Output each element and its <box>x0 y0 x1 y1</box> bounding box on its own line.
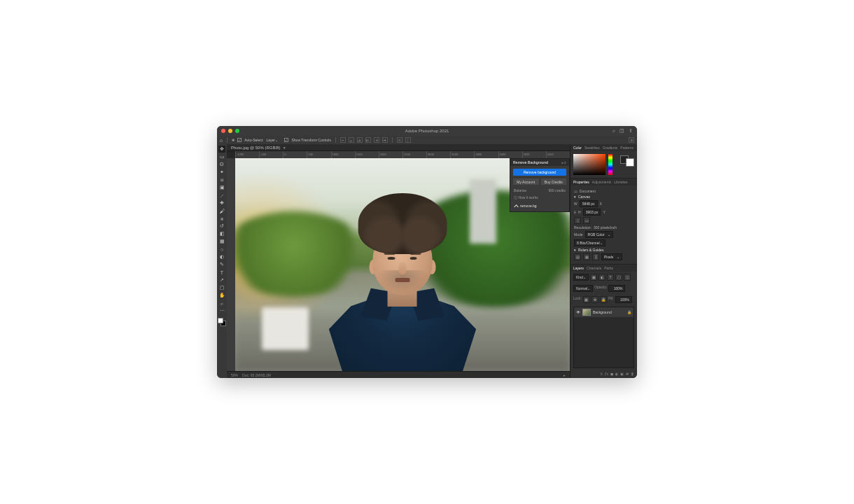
canvas-height-field[interactable]: 3903 px <box>583 209 601 216</box>
new-layer-icon[interactable]: ⊞ <box>626 372 629 376</box>
tool-brush[interactable]: 🖌 <box>218 207 225 214</box>
fill-field[interactable]: 100% <box>615 296 632 303</box>
tool-lasso[interactable]: ʘ <box>218 161 225 168</box>
close-tab-icon[interactable]: × <box>283 146 286 150</box>
tool-edit-toolbar[interactable]: ⋯ <box>218 307 225 314</box>
share-icon[interactable]: ⇪ <box>629 128 633 134</box>
search-icon[interactable]: ⌕ <box>612 128 615 134</box>
orient-portrait-icon[interactable]: ▯ <box>574 217 581 224</box>
lock-pixels-icon[interactable]: ▩ <box>583 296 590 303</box>
lock-all-icon[interactable]: 🔒 <box>600 296 607 303</box>
layer-thumbnail[interactable] <box>582 309 591 316</box>
align-left-icon[interactable]: ⫟ <box>340 137 346 143</box>
distribute-h-icon[interactable]: ≡ <box>397 137 402 143</box>
link-wh-icon[interactable]: ⎘ <box>574 210 576 214</box>
filter-shape-icon[interactable]: ▢ <box>615 274 622 281</box>
color-panel-tabs: Color Swatches Gradients Patterns <box>570 144 637 151</box>
filter-smart-icon[interactable]: ◫ <box>624 274 631 281</box>
color-mode-dropdown[interactable]: RGB Color⌄ <box>585 231 613 238</box>
new-adjustment-icon[interactable]: ◐ <box>615 372 618 376</box>
auto-select-target-dropdown[interactable]: Layer⌄ <box>266 138 281 142</box>
color-swatch-pair[interactable] <box>620 155 634 167</box>
orient-landscape-icon[interactable]: ▭ <box>583 217 590 224</box>
my-account-button[interactable]: My Account <box>513 178 539 185</box>
layer-row[interactable]: 👁 Background 🔒 <box>574 307 634 317</box>
tool-dodge[interactable]: ◐ <box>218 253 225 260</box>
tool-history-brush[interactable]: ↺ <box>218 223 225 230</box>
color-field[interactable] <box>573 154 606 175</box>
tool-marquee[interactable]: ▭ <box>218 153 225 160</box>
canvas-width-field[interactable]: 5848 px <box>580 200 598 207</box>
tab-adjustments[interactable]: Adjustments <box>592 180 612 184</box>
bit-depth-dropdown[interactable]: 8 Bits/Channel⌄ <box>574 239 606 246</box>
tool-zoom[interactable]: ⌕ <box>218 300 225 307</box>
foreground-background-swatches[interactable] <box>218 318 226 326</box>
lock-position-icon[interactable]: ✥ <box>592 296 598 303</box>
close-window-button[interactable] <box>221 129 225 133</box>
tab-paths[interactable]: Paths <box>604 266 613 270</box>
tab-layers[interactable]: Layers <box>573 266 584 270</box>
opacity-field[interactable]: 100% <box>608 285 625 292</box>
blend-mode-dropdown[interactable]: Normal⌄ <box>573 285 593 292</box>
align-right-icon[interactable]: ⫡ <box>357 137 363 143</box>
visibility-icon[interactable]: 👁 <box>576 310 580 314</box>
tool-eyedropper[interactable]: ⟋ <box>218 192 225 199</box>
tool-stamp[interactable]: ⎈ <box>218 215 225 222</box>
distribute-v-icon[interactable]: ⋮ <box>405 137 411 143</box>
plugin-menu-icon[interactable]: » ≡ <box>561 160 566 164</box>
grid-icon[interactable]: ▦ <box>583 253 590 260</box>
home-icon[interactable]: ⌂ <box>220 138 223 143</box>
tool-shape[interactable]: ▢ <box>218 284 225 291</box>
ruler-icon[interactable]: ▤ <box>574 253 581 260</box>
tab-swatches[interactable]: Swatches <box>584 146 600 150</box>
tool-frame[interactable]: ▣ <box>218 184 225 191</box>
tool-path[interactable]: ↗ <box>218 276 225 284</box>
tool-wand[interactable]: ✦ <box>218 169 225 176</box>
tab-color[interactable]: Color <box>573 146 582 150</box>
guides-icon[interactable]: ╳ <box>592 253 599 260</box>
align-center-v-icon[interactable]: ⫣ <box>374 137 379 143</box>
auto-select-checkbox[interactable] <box>237 138 241 142</box>
minimize-window-button[interactable] <box>228 129 232 133</box>
filter-type-icon[interactable]: T <box>607 274 614 281</box>
layer-fx-icon[interactable]: ƒx <box>605 372 608 376</box>
tool-blur[interactable]: ○ <box>218 246 225 253</box>
align-center-h-icon[interactable]: ⫠ <box>349 137 354 143</box>
ruler-units-dropdown[interactable]: Pixels⌄ <box>601 253 622 260</box>
tab-channels[interactable]: Channels <box>587 266 601 270</box>
filter-adjust-icon[interactable]: ◐ <box>598 274 606 281</box>
tab-patterns[interactable]: Patterns <box>620 146 634 150</box>
tool-eraser[interactable]: ◧ <box>218 230 225 237</box>
hue-slider[interactable] <box>608 154 612 175</box>
3d-mode-icon[interactable]: ③ <box>629 137 634 143</box>
tool-crop[interactable]: ⧈ <box>218 176 225 183</box>
document-tab[interactable]: Photo.jpg @ 50% (RGB/8) × <box>227 144 570 151</box>
tool-type[interactable]: T <box>218 269 225 276</box>
how-it-works-link[interactable]: ⓘ How it works <box>510 194 569 201</box>
align-top-icon[interactable]: ⫢ <box>365 137 371 143</box>
filter-pixel-icon[interactable]: ▩ <box>590 274 597 281</box>
workspace-icon[interactable]: ◫ <box>620 128 624 134</box>
tool-gradient[interactable]: ▦ <box>218 238 225 245</box>
buy-credits-button[interactable]: Buy Credits <box>541 178 567 185</box>
status-zoom[interactable]: 50% <box>231 373 238 377</box>
layer-list: 👁 Background 🔒 <box>573 307 634 368</box>
layer-name[interactable]: Background <box>593 310 612 314</box>
tab-gradients[interactable]: Gradients <box>603 146 618 150</box>
align-bottom-icon[interactable]: ⫤ <box>382 137 388 143</box>
remove-background-button[interactable]: Remove background <box>513 169 566 176</box>
delete-layer-icon[interactable]: 🗑 <box>631 372 634 376</box>
tool-pen[interactable]: ✎ <box>218 261 225 268</box>
tool-heal[interactable]: ✚ <box>218 200 225 206</box>
link-layers-icon[interactable]: ⎘ <box>601 372 603 376</box>
tool-hand[interactable]: ✋ <box>218 292 225 299</box>
tab-properties[interactable]: Properties <box>573 180 589 184</box>
zoom-window-button[interactable] <box>235 129 239 133</box>
tool-move[interactable]: ✥ <box>218 146 225 153</box>
layer-filter-dropdown[interactable]: Kind⌄ <box>573 274 589 281</box>
new-group-icon[interactable]: ▣ <box>620 372 624 376</box>
show-transform-checkbox[interactable] <box>284 138 288 142</box>
foreground-color[interactable] <box>218 318 223 323</box>
layer-mask-icon[interactable]: ◼ <box>610 372 613 376</box>
tab-libraries[interactable]: Libraries <box>614 180 627 184</box>
